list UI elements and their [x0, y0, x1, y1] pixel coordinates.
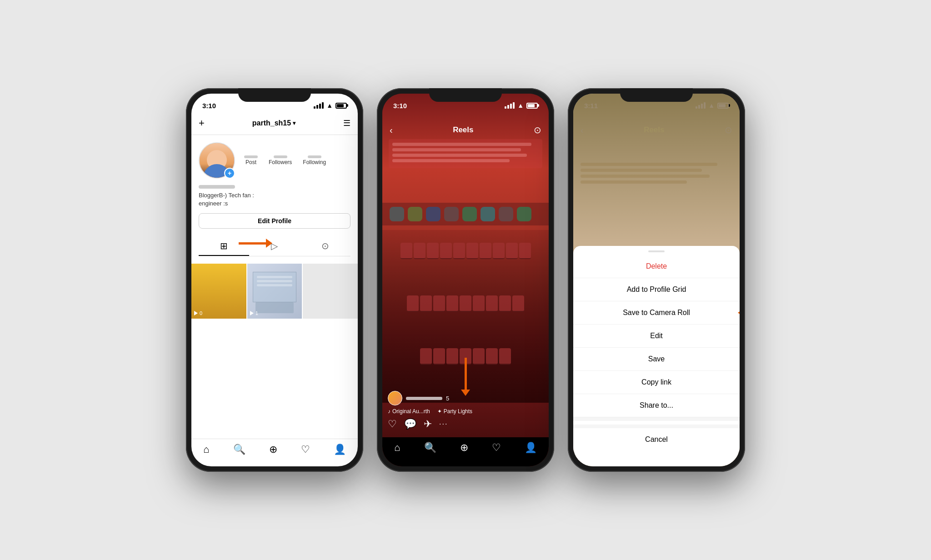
add-icon-2[interactable]: ⊕ [460, 442, 468, 454]
app-dock [382, 203, 549, 225]
p3-line-1 [581, 163, 717, 166]
ig-username[interactable]: parth_sh15 ▾ [252, 119, 295, 127]
reels-title: Reels [453, 125, 473, 135]
arrow-left-annotation [738, 308, 740, 317]
tab-tagged[interactable]: ⊙ [300, 236, 350, 256]
ig-plus-button[interactable]: + [199, 117, 205, 129]
video-badge-2: 1 [250, 310, 258, 316]
profile-section: + Post Followers Following [191, 135, 358, 264]
home-icon-2[interactable]: ⌂ [394, 442, 400, 454]
grid-item-2[interactable]: 1 [247, 264, 302, 319]
avatar-plus-button[interactable]: + [224, 168, 235, 179]
followers-stat[interactable]: Followers [269, 155, 292, 165]
followers-count-bar [274, 155, 287, 158]
profile-tabs: ⊞ ▷ ⊙ [199, 236, 350, 256]
wifi-icon-2: ▲ [517, 102, 524, 109]
chevron-down-icon: ▾ [293, 120, 295, 126]
heart-icon[interactable]: ♡ [301, 444, 310, 455]
following-stat[interactable]: Following [303, 155, 326, 165]
bottom-nav-2: ⌂ 🔍 ⊕ ♡ 👤 [382, 437, 549, 466]
signal-icon-2 [505, 102, 515, 109]
status-icons-1: ▲ [314, 102, 347, 109]
arrow-down-head [461, 390, 470, 396]
video-badge-1: 0 [194, 310, 202, 316]
phone3-content [573, 135, 740, 225]
sheet-item-share-to[interactable]: Share to... [573, 394, 740, 417]
sheet-item-edit[interactable]: Edit [573, 325, 740, 348]
sheet-item-add-to-grid[interactable]: Add to Profile Grid [573, 278, 740, 301]
grid-item-1[interactable]: 0 [191, 264, 246, 319]
phone-2: 3:10 ▲ [377, 88, 554, 472]
post-label: Post [245, 159, 256, 165]
article-text-overlay [382, 135, 549, 173]
avatar-wrap: + [199, 142, 235, 179]
signal-icon-3 [696, 102, 706, 109]
following-label: Following [303, 159, 326, 165]
sheet-item-save-camera-roll[interactable]: Save to Camera Roll [573, 301, 740, 325]
profile-icon[interactable]: 👤 [334, 444, 346, 455]
ig-header: + parth_sh15 ▾ ☰ [191, 114, 358, 135]
media-grid: 0 [191, 264, 358, 439]
screenshot-container: 3:10 ▲ + parth [186, 88, 745, 472]
battery-icon-3 [717, 103, 729, 109]
phone-1-screen: 3:10 ▲ + parth [191, 94, 358, 466]
bio-text: BloggerB-) Tech fan : engineer :s [199, 191, 350, 208]
arrow-head-1 [266, 239, 272, 248]
play-icon-1 [194, 311, 198, 315]
status-time-1: 3:10 [202, 102, 216, 110]
sheet-item-delete[interactable]: Delete [573, 255, 740, 278]
phone3-back-button[interactable]: ‹ [581, 125, 584, 135]
ig-menu-button[interactable]: ☰ [343, 118, 350, 128]
phone3-camera-button[interactable]: ⊙ [725, 125, 732, 135]
signal-icon-1 [314, 102, 324, 109]
reels-back-button[interactable]: ‹ [390, 125, 393, 135]
arrow-shaft-1 [239, 242, 266, 245]
comment-button[interactable]: 💬 [404, 418, 416, 430]
bio-name-bar [199, 185, 235, 189]
grid-icon: ⊞ [220, 240, 228, 251]
p3-line-4 [581, 180, 687, 184]
followers-label: Followers [269, 159, 292, 165]
more-options-button[interactable]: ··· [439, 420, 448, 428]
bottom-sheet: Delete Add to Profile Grid Save to Camer… [573, 246, 740, 466]
phone-3: 3:11 ▲ ‹ Reels ⊙ [568, 88, 745, 472]
bottom-nav-1: ⌂ 🔍 ⊕ ♡ 👤 [191, 439, 358, 466]
arrow-down-annotation [461, 358, 470, 396]
edit-profile-button[interactable]: Edit Profile [199, 213, 350, 229]
following-count-bar [308, 155, 321, 158]
sheet-divider [573, 417, 740, 421]
status-time-2: 3:10 [393, 102, 407, 110]
status-bar-2: 3:10 ▲ [382, 94, 549, 114]
arrow-down-shaft [465, 358, 467, 390]
share-button[interactable]: ✈ [424, 418, 432, 430]
sheet-item-save[interactable]: Save [573, 348, 740, 371]
search-icon-2[interactable]: 🔍 [424, 442, 436, 454]
battery-icon-2 [526, 103, 538, 109]
reels-camera-button[interactable]: ⊙ [534, 125, 541, 135]
arrow-annotation-1 [239, 239, 272, 248]
add-icon[interactable]: ⊕ [269, 444, 277, 455]
play-icon-2 [250, 311, 254, 315]
profile-top: + Post Followers Following [199, 142, 350, 179]
arrow-left-head [738, 308, 740, 317]
profile-bio: BloggerB-) Tech fan : engineer :s [199, 185, 350, 208]
phone-1: 3:10 ▲ + parth [186, 88, 363, 472]
reel-avatar [388, 391, 402, 405]
status-icons-3: ▲ [696, 102, 729, 109]
reels-nav-bar: ‹ Reels ⊙ [382, 121, 549, 139]
wifi-icon-1: ▲ [326, 102, 333, 109]
reel-music-row: ♪ Original Au...rth ✦ Party Lights [388, 408, 543, 415]
wifi-icon-3: ▲ [708, 102, 715, 109]
sheet-item-cancel[interactable]: Cancel [573, 425, 740, 451]
profile-icon-2[interactable]: 👤 [525, 442, 537, 454]
reel-count: 5 [446, 395, 449, 402]
home-icon[interactable]: ⌂ [203, 444, 209, 455]
sheet-item-copy-link[interactable]: Copy link [573, 371, 740, 394]
heart-icon-2[interactable]: ♡ [492, 442, 501, 454]
like-button[interactable]: ♡ [388, 418, 397, 430]
search-icon[interactable]: 🔍 [233, 444, 245, 455]
music-icon-2: ✦ Party Lights [437, 408, 472, 415]
grid-item-3[interactable] [303, 264, 358, 319]
sheet-handle [648, 250, 665, 252]
phone-3-screen: 3:11 ▲ ‹ Reels ⊙ [573, 94, 740, 466]
